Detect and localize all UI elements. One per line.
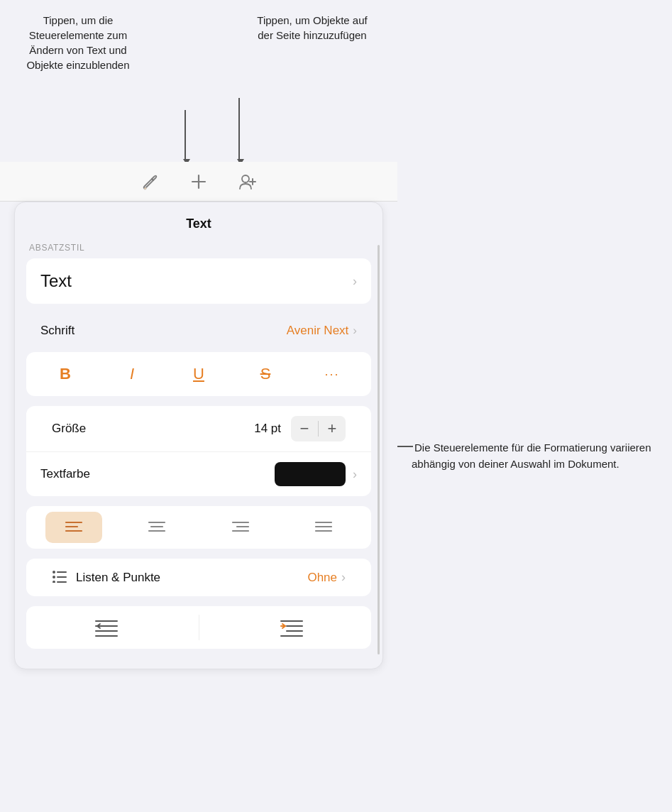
size-row: Größe 14 pt − + <box>38 406 360 451</box>
strikethrough-button[interactable]: S <box>246 359 285 389</box>
scroll-indicator <box>378 245 380 654</box>
svg-point-17 <box>53 571 55 574</box>
color-label: Textfarbe <box>40 467 275 481</box>
list-icon <box>52 569 67 586</box>
svg-point-21 <box>53 581 55 583</box>
size-label: Größe <box>52 422 254 436</box>
lists-label: Listen & Punkte <box>76 571 307 585</box>
add-button[interactable] <box>189 172 209 192</box>
outdent-button[interactable] <box>67 613 145 642</box>
callout-left-text: Tippen, um die Steuerelemente zum Ändern… <box>21 13 135 72</box>
right-annotation-text: Die Steuerelemente für die Formatierung … <box>412 441 651 470</box>
align-center-button[interactable] <box>128 512 185 543</box>
align-left-button[interactable] <box>45 512 102 543</box>
size-color-card: Größe 14 pt − + Textfarbe › <box>26 406 371 496</box>
indent-card <box>26 606 371 649</box>
lists-value: Ohne <box>307 571 337 585</box>
align-justify-button[interactable] <box>295 512 352 543</box>
font-row[interactable]: Schrift Avenir Next › <box>26 314 371 348</box>
size-controls: − + <box>291 416 346 441</box>
font-chevron-icon: › <box>353 324 357 338</box>
callout-right-text: Tippen, um Objekte auf der Seite hinzuzu… <box>255 13 369 43</box>
bold-button[interactable]: B <box>45 359 85 389</box>
paintbrush-button[interactable] <box>141 172 160 192</box>
indent-divider <box>199 615 199 640</box>
svg-point-19 <box>53 576 55 578</box>
lists-chevron-icon: › <box>341 570 346 585</box>
color-row[interactable]: Textfarbe › <box>26 451 371 496</box>
underline-button[interactable]: U <box>179 359 219 389</box>
svg-point-2 <box>242 175 249 182</box>
format-style-card: B I U S ··· <box>26 352 371 396</box>
more-format-button[interactable]: ··· <box>312 359 352 389</box>
paragraph-style-card[interactable]: Text › <box>26 258 371 304</box>
paragraph-chevron-icon: › <box>353 274 357 289</box>
indent-button[interactable] <box>253 613 331 642</box>
font-label: Schrift <box>40 324 75 338</box>
callout-connector-2 <box>238 98 240 162</box>
right-annotation: Die Steuerelemente für die Formatierung … <box>397 440 653 472</box>
callout-connector-1 <box>184 110 186 161</box>
color-swatch <box>275 462 346 486</box>
toolbar <box>0 162 397 202</box>
annotation-line <box>397 446 413 447</box>
color-chevron-icon: › <box>353 467 357 482</box>
alignment-card <box>26 506 371 549</box>
lists-card[interactable]: Listen & Punkte Ohne › <box>26 559 371 596</box>
font-value: Avenir Next <box>287 324 349 338</box>
italic-button[interactable]: I <box>112 359 152 389</box>
align-right-button[interactable] <box>212 512 269 543</box>
absatzstil-label: ABSATZSTIL <box>15 243 382 258</box>
paragraph-style-value: Text <box>40 271 72 291</box>
add-person-button[interactable] <box>237 172 257 192</box>
decrease-size-button[interactable]: − <box>291 416 318 441</box>
panel-title: Text <box>15 202 382 243</box>
size-value: 14 pt <box>254 422 281 436</box>
format-panel: Text ABSATZSTIL Text › Schrift Avenir Ne… <box>14 202 383 669</box>
increase-size-button[interactable]: + <box>319 416 346 441</box>
